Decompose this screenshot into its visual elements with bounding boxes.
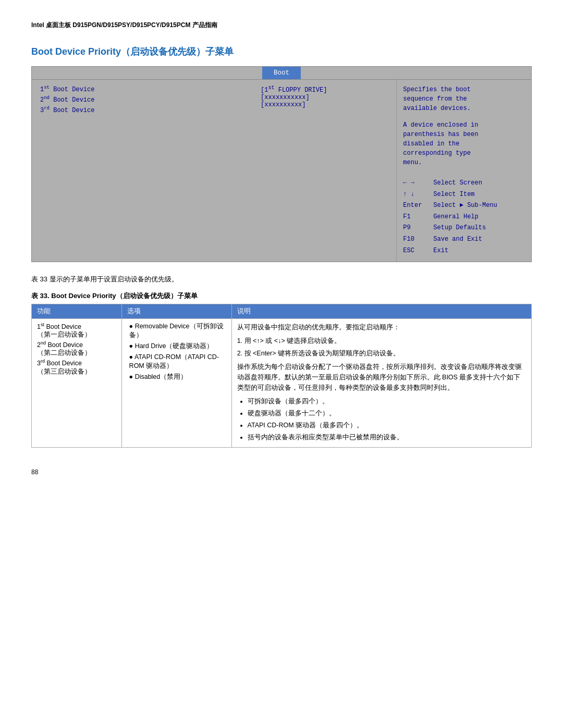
bios-body: 1st Boot Device 2nd Boot Device 3rd Boot…	[32, 80, 531, 262]
desc-steps: 用 <↑> 或 <↓> 键选择启动设备。 按 <Enter> 键将所选设备设为期…	[237, 336, 526, 359]
table-cell-description: 从可用设备中指定启动的优先顺序。要指定启动顺序： 用 <↑> 或 <↓> 键选择…	[231, 319, 531, 448]
nav-row-f10: F10 Save and Exit	[403, 234, 525, 245]
desc-list-item-2: 硬盘驱动器（最多十二个）。	[248, 408, 526, 418]
nav-row-arrows: ← → Select Screen	[403, 178, 525, 189]
desc-step-1: 用 <↑> 或 <↓> 键选择启动设备。	[244, 336, 526, 346]
bios-middle-panel: [1st FLOPPY DRIVE] [xxxxxxxxxxx] [xxxxxx…	[256, 80, 396, 262]
desc-list-item-3: ATAPI CD-ROM 驱动器（最多四个）。	[248, 420, 526, 430]
nav-row-enter: Enter Select ► Sub-Menu	[403, 200, 525, 212]
table-row: 1st Boot Device（第一启动设备） 2nd Boot Device（…	[32, 319, 532, 448]
option-cdrom: ● ATAPI CD-ROM（ATAPI CD-ROM 驱动器）	[127, 353, 226, 371]
table-cell-options: ● Removable Device（可拆卸设备） ● Hard Drive（硬…	[121, 319, 231, 448]
bios-menu-item-1: 1st Boot Device	[40, 85, 248, 93]
desc-step-2: 按 <Enter> 键将所选设备设为期望顺序的启动设备。	[244, 348, 526, 359]
table-title: 表 33. Boot Device Priority（启动设备优先级）子菜单	[31, 291, 532, 301]
col-header-option: 选项	[121, 304, 231, 319]
desc-list-item-1: 可拆卸设备（最多四个）。	[248, 396, 526, 406]
func-item-2: 2nd Boot Device（第二启动设备）	[37, 340, 116, 357]
bios-right-panel: Specifies the bootsequence from theavail…	[396, 80, 531, 262]
nav-row-esc: ESC Exit	[403, 245, 525, 257]
page-number: 88	[31, 468, 532, 476]
bios-help-text-2: A device enclosed inparenthesis has been…	[403, 120, 525, 167]
option-removable: ● Removable Device（可拆卸设备）	[127, 322, 226, 340]
desc-list-item-4: 括号内的设备表示相应类型菜单中已被禁用的设备。	[248, 432, 526, 442]
bios-nav-table: ← → Select Screen ↑ ↓ Select Item Enter …	[403, 178, 525, 256]
bios-left-panel: 1st Boot Device 2nd Boot Device 3rd Boot…	[32, 80, 256, 262]
section-title: Boot Device Priority（启动设备优先级）子菜单	[31, 45, 532, 58]
bios-value-1: [1st FLOPPY DRIVE]	[261, 85, 392, 94]
option-disabled: ● Disabled（禁用）	[127, 373, 226, 381]
option-hdd: ● Hard Drive（硬盘驱动器）	[127, 342, 226, 351]
bios-value-2: [xxxxxxxxxxx]	[261, 94, 392, 101]
table-cell-function: 1st Boot Device（第一启动设备） 2nd Boot Device（…	[32, 319, 122, 448]
desc-device-list: 可拆卸设备（最多四个）。 硬盘驱动器（最多十二个）。 ATAPI CD-ROM …	[237, 396, 526, 442]
nav-row-updown: ↑ ↓ Select Item	[403, 189, 525, 201]
func-item-3: 3rd Boot Device（第三启动设备）	[37, 359, 116, 376]
nav-row-p9: P9 Setup Defaults	[403, 223, 525, 234]
bios-value-3: [xxxxxxxxxx]	[261, 101, 392, 108]
func-item-1: 1st Boot Device（第一启动设备）	[37, 322, 116, 339]
nav-row-f1: F1 General Help	[403, 212, 525, 223]
bios-menu-item-2: 2nd Boot Device	[40, 95, 248, 104]
page-header: Intel 桌面主板 D915PGN/D915PSY/D915PCY/D915P…	[31, 21, 532, 30]
bios-tab-row: Boot	[32, 67, 531, 80]
col-header-function: 功能	[32, 304, 122, 319]
bios-menu-item-3: 3rd Boot Device	[40, 106, 248, 114]
bios-screenshot: Boot 1st Boot Device 2nd Boot Device 3rd…	[31, 66, 532, 262]
desc-intro: 从可用设备中指定启动的优先顺序。要指定启动顺序：	[237, 322, 526, 332]
bios-help-text-1: Specifies the bootsequence from theavail…	[403, 85, 525, 113]
bios-tab-boot: Boot	[262, 67, 301, 79]
col-header-description: 说明	[231, 304, 531, 319]
table-header-row: 功能 选项 说明	[32, 304, 532, 319]
table-caption: 表 33 显示的子菜单用于设置启动设备的优先级。	[31, 275, 532, 284]
boot-priority-table: 功能 选项 说明 1st Boot Device（第一启动设备） 2nd Boo…	[31, 304, 532, 448]
header-text: Intel 桌面主板 D915PGN/D915PSY/D915PCY/D915P…	[31, 21, 217, 29]
desc-main: 操作系统为每个启动设备分配了一个驱动器盘符，按所示顺序排列。改变设备启动顺序将改…	[237, 362, 526, 393]
